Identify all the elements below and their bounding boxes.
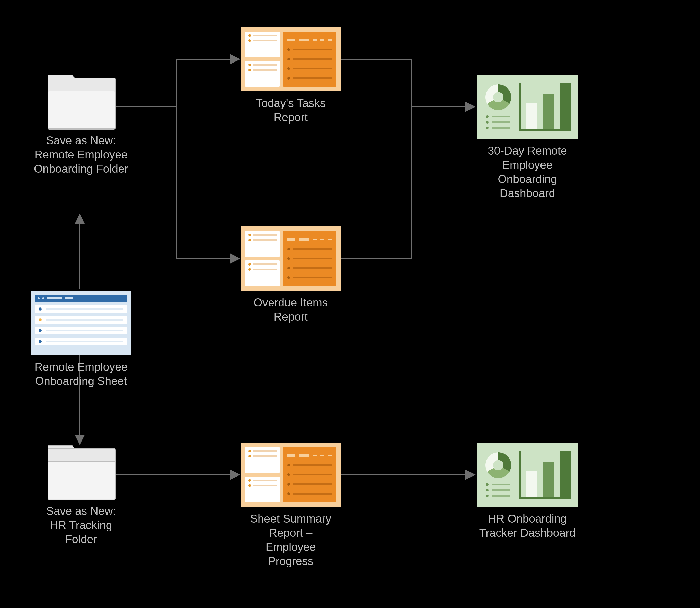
node-label: Sheet SummaryReport –EmployeeProgress (239, 512, 342, 568)
report-icon (240, 442, 341, 507)
node-label: Remote EmployeeOnboarding Sheet (30, 360, 133, 388)
sheet-icon (31, 291, 131, 355)
report-icon (240, 27, 341, 91)
node-sheet-remote-onboarding: Remote EmployeeOnboarding Sheet (30, 291, 133, 388)
node-dashboard-30day: 30-Day RemoteEmployeeOnboardingDashboard (476, 75, 579, 200)
node-folder-hr-tracking: Save as New:HR TrackingFolder (31, 445, 131, 546)
node-dashboard-hr-tracker: HR OnboardingTracker Dashboard (476, 442, 579, 540)
node-label: Save as New:Remote EmployeeOnboarding Fo… (31, 133, 131, 176)
pie-chart-icon (485, 452, 511, 478)
dashboard-icon (477, 75, 578, 139)
report-icon (240, 226, 341, 291)
node-label: Save as New:HR TrackingFolder (31, 504, 131, 546)
node-label: Overdue ItemsReport (239, 296, 342, 324)
diagram-canvas: Save as New:Remote EmployeeOnboarding Fo… (0, 0, 700, 608)
dashboard-icon (477, 442, 578, 507)
bar-chart-icon (519, 451, 571, 499)
folder-icon (47, 75, 115, 129)
node-label: Today's TasksReport (239, 96, 342, 124)
node-folder-remote-onboarding: Save as New:Remote EmployeeOnboarding Fo… (31, 75, 131, 176)
node-report-sheet-summary: Sheet SummaryReport –EmployeeProgress (239, 442, 342, 568)
node-report-todays-tasks: Today's TasksReport (239, 27, 342, 124)
bar-chart-icon (519, 83, 571, 131)
node-label: 30-Day RemoteEmployeeOnboardingDashboard (476, 144, 579, 200)
pie-chart-icon (485, 84, 511, 110)
node-label: HR OnboardingTracker Dashboard (476, 512, 579, 540)
folder-icon (47, 445, 115, 499)
node-report-overdue-items: Overdue ItemsReport (239, 226, 342, 324)
